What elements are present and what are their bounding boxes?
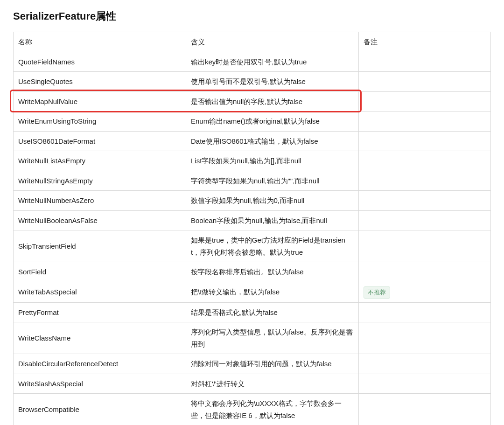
cell-name: DisableCircularReferenceDetect	[14, 354, 186, 374]
cell-name: WriteNullBooleanAsFalse	[14, 210, 186, 230]
cell-remark	[359, 322, 491, 354]
table-row: WriteNullBooleanAsFalseBoolean字段如果为null,…	[14, 210, 491, 230]
table-row: WriteClassName序列化时写入类型信息，默认为false。反序列化是需…	[14, 322, 491, 354]
cell-desc: 把\t做转义输出，默认为false	[186, 282, 359, 302]
cell-desc: List字段如果为null,输出为[],而非null	[186, 151, 359, 171]
cell-remark	[359, 72, 491, 92]
table-row: WriteNullListAsEmptyList字段如果为null,输出为[],…	[14, 151, 491, 171]
cell-desc: 是否输出值为null的字段,默认为false	[186, 91, 359, 111]
cell-name: QuoteFieldNames	[14, 52, 186, 72]
table-header-row: 名称 含义 备注	[14, 32, 491, 52]
cell-remark	[359, 151, 491, 171]
cell-name: PrettyFormat	[14, 302, 186, 322]
cell-name: SortField	[14, 262, 186, 282]
cell-remark	[359, 91, 491, 111]
cell-remark: 不推荐	[359, 282, 491, 302]
cell-remark	[359, 131, 491, 151]
cell-remark	[359, 394, 491, 425]
cell-name: WriteMapNullValue	[14, 91, 186, 111]
table-row: SkipTransientField如果是true，类中的Get方法对应的Fie…	[14, 230, 491, 262]
cell-remark	[359, 302, 491, 322]
cell-name: WriteNullListAsEmpty	[14, 151, 186, 171]
cell-name: WriteSlashAsSpecial	[14, 374, 186, 394]
cell-desc: 使用单引号而不是双引号,默认为false	[186, 72, 359, 92]
cell-desc: 输出key时是否使用双引号,默认为true	[186, 52, 359, 72]
cell-desc: Boolean字段如果为null,输出为false,而非null	[186, 210, 359, 230]
cell-name: BrowserCompatible	[14, 394, 186, 425]
cell-desc: 消除对同一对象循环引用的问题，默认为false	[186, 354, 359, 374]
table-row: BrowserCompatible将中文都会序列化为\uXXXX格式，字节数会多…	[14, 394, 491, 425]
table-row: WriteSlashAsSpecial对斜杠'/'进行转义	[14, 374, 491, 394]
feature-table: 名称 含义 备注 QuoteFieldNames输出key时是否使用双引号,默认…	[13, 32, 491, 425]
cell-remark	[359, 111, 491, 132]
cell-remark	[359, 230, 491, 262]
col-name: 名称	[14, 32, 186, 52]
table-row: UseSingleQuotes使用单引号而不是双引号,默认为false	[14, 72, 491, 92]
cell-name: WriteEnumUsingToString	[14, 111, 186, 132]
cell-remark	[359, 52, 491, 72]
cell-desc: Enum输出name()或者original,默认为false	[186, 111, 359, 132]
table-row: QuoteFieldNames输出key时是否使用双引号,默认为true	[14, 52, 491, 72]
table-row: WriteNullNumberAsZero数值字段如果为null,输出为0,而非…	[14, 191, 491, 211]
cell-remark	[359, 262, 491, 282]
cell-desc: 如果是true，类中的Get方法对应的Field是transient，序列化时将…	[186, 230, 359, 262]
cell-remark	[359, 354, 491, 374]
cell-desc: 序列化时写入类型信息，默认为false。反序列化是需用到	[186, 322, 359, 354]
cell-name: UseSingleQuotes	[14, 72, 186, 92]
cell-name: SkipTransientField	[14, 230, 186, 262]
table-row: WriteMapNullValue是否输出值为null的字段,默认为false	[14, 91, 491, 111]
status-badge: 不推荐	[364, 286, 390, 299]
table-row: UseISO8601DateFormatDate使用ISO8601格式输出，默认…	[14, 131, 491, 151]
cell-desc: 将中文都会序列化为\uXXXX格式，字节数会多一些，但是能兼容IE 6，默认为f…	[186, 394, 359, 425]
table-row: WriteTabAsSpecial把\t做转义输出，默认为false不推荐	[14, 282, 491, 302]
page-title: SerializerFeature属性	[13, 9, 491, 23]
table-row: SortField按字段名称排序后输出。默认为false	[14, 262, 491, 282]
cell-desc: 结果是否格式化,默认为false	[186, 302, 359, 322]
cell-name: WriteNullStringAsEmpty	[14, 171, 186, 191]
table-row: DisableCircularReferenceDetect消除对同一对象循环引…	[14, 354, 491, 374]
cell-desc: 字符类型字段如果为null,输出为"",而非null	[186, 171, 359, 191]
cell-remark	[359, 210, 491, 230]
cell-remark	[359, 191, 491, 211]
cell-remark	[359, 374, 491, 394]
table-row: PrettyFormat结果是否格式化,默认为false	[14, 302, 491, 322]
cell-name: WriteTabAsSpecial	[14, 282, 186, 302]
cell-remark	[359, 171, 491, 191]
col-desc: 含义	[186, 32, 359, 52]
cell-desc: Date使用ISO8601格式输出，默认为false	[186, 131, 359, 151]
cell-name: UseISO8601DateFormat	[14, 131, 186, 151]
col-remark: 备注	[359, 32, 491, 52]
cell-desc: 数值字段如果为null,输出为0,而非null	[186, 191, 359, 211]
cell-name: WriteNullNumberAsZero	[14, 191, 186, 211]
cell-name: WriteClassName	[14, 322, 186, 354]
table-row: WriteEnumUsingToStringEnum输出name()或者orig…	[14, 111, 491, 132]
page-root: SerializerFeature属性 名称 含义 备注 QuoteFieldN…	[0, 0, 504, 425]
cell-desc: 对斜杠'/'进行转义	[186, 374, 359, 394]
table-row: WriteNullStringAsEmpty字符类型字段如果为null,输出为"…	[14, 171, 491, 191]
cell-desc: 按字段名称排序后输出。默认为false	[186, 262, 359, 282]
